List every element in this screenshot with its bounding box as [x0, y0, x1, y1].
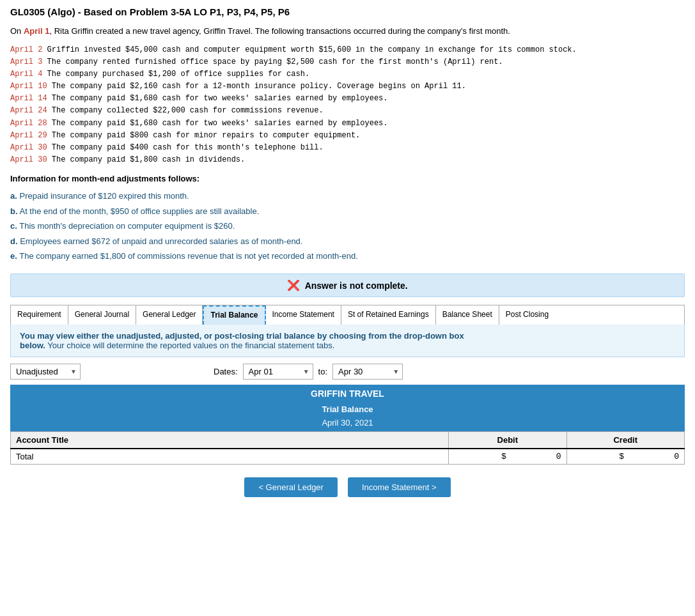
adjustment-item: c. This month's depreciation on computer…	[10, 219, 685, 233]
transaction-item: April 10 The company paid $2,160 cash fo…	[10, 81, 685, 93]
page-title: GL0305 (Algo) - Based on Problem 3-5A LO…	[10, 6, 685, 17]
credit-prefix: $	[619, 452, 624, 461]
answer-banner-text: Answer is not complete.	[305, 281, 408, 291]
tab-general-ledger[interactable]: General Ledger	[136, 305, 203, 325]
tabs-row: RequirementGeneral JournalGeneral Ledger…	[10, 305, 685, 325]
adjustments-heading: Information for month-end adjustments fo…	[10, 174, 685, 183]
debit-value: 0	[556, 452, 561, 461]
adjustment-item: e. The company earned $1,800 of commissi…	[10, 249, 685, 263]
total-row: Total $ 0 $ 0	[11, 449, 685, 465]
trial-balance-table: Account Title Debit Credit Total $ 0 $ 0	[10, 431, 685, 465]
nav-buttons: < General Ledger Income Statement >	[10, 477, 685, 497]
debit-prefix: $	[501, 452, 506, 461]
tab-income-statement[interactable]: Income Statement	[266, 305, 341, 325]
to-label: to:	[318, 367, 327, 376]
tab-trial-balance[interactable]: Trial Balance	[203, 305, 265, 325]
intro-highlight: April 1	[24, 26, 49, 36]
tab-balance-sheet[interactable]: Balance Sheet	[436, 305, 499, 325]
col-credit-title: Credit	[566, 431, 684, 449]
info-text-1: You may view either the unadjusted, adju…	[20, 331, 464, 341]
date-from-wrapper[interactable]: Apr 01	[243, 364, 313, 380]
total-label: Total	[11, 449, 449, 465]
transaction-item: April 29 The company paid $800 cash for …	[10, 130, 685, 142]
adjustment-item: b. At the end of the month, $950 of offi…	[10, 204, 685, 219]
transaction-item: April 24 The company collected $22,000 c…	[10, 105, 685, 117]
trial-balance-type-select[interactable]: UnadjustedAdjustedPost-Closing	[10, 364, 81, 380]
tab-general-journal[interactable]: General Journal	[68, 305, 136, 325]
error-icon: ❌	[287, 280, 300, 291]
table-date-header: April 30, 2021	[10, 416, 685, 431]
transaction-item: April 4 The company purchased $1,200 of …	[10, 68, 685, 81]
tab-requirement[interactable]: Requirement	[11, 305, 68, 325]
date-from-select[interactable]: Apr 01	[243, 364, 313, 380]
total-credit: $ 0	[566, 449, 684, 465]
controls-row: UnadjustedAdjustedPost-Closing Dates: Ap…	[10, 364, 685, 380]
adjustment-item: d. Employees earned $672 of unpaid and u…	[10, 234, 685, 249]
info-box: You may view either the unadjusted, adju…	[10, 325, 685, 357]
transaction-item: April 30 The company paid $1,800 cash in…	[10, 154, 685, 166]
total-debit: $ 0	[449, 449, 566, 465]
adjustments-list: a. Prepaid insurance of $120 expired thi…	[10, 189, 685, 263]
credit-value: 0	[674, 452, 679, 461]
tab-post-closing[interactable]: Post Closing	[499, 305, 555, 325]
transaction-item: April 14 The company paid $1,680 cash fo…	[10, 93, 685, 105]
dates-label: Dates:	[214, 367, 238, 376]
tab-retained-earnings[interactable]: St of Retained Earnings	[341, 305, 436, 325]
col-debit-title: Debit	[449, 431, 566, 449]
adjustment-item: a. Prepaid insurance of $120 expired thi…	[10, 189, 685, 203]
table-title-header: Trial Balance	[10, 403, 685, 416]
transaction-item: April 30 The company paid $400 cash for …	[10, 142, 685, 154]
info-text-2: below.	[20, 341, 45, 350]
transaction-item: April 28 The company paid $1,680 cash fo…	[10, 118, 685, 130]
transactions-list: April 2 Griffin invested $45,000 cash an…	[10, 44, 685, 167]
next-button[interactable]: Income Statement >	[348, 477, 451, 497]
info-text-3: Your choice will determine the reported …	[47, 341, 334, 350]
trial-balance-type-wrapper[interactable]: UnadjustedAdjustedPost-Closing	[10, 364, 81, 380]
transaction-item: April 2 Griffin invested $45,000 cash an…	[10, 44, 685, 56]
prev-button[interactable]: < General Ledger	[244, 477, 338, 497]
transaction-item: April 3 The company rented furnished off…	[10, 56, 685, 68]
date-to-select[interactable]: Apr 30	[332, 364, 403, 380]
table-company-header: GRIFFIN TRAVEL	[10, 385, 685, 403]
date-to-wrapper[interactable]: Apr 30	[332, 364, 403, 380]
answer-banner: ❌ Answer is not complete.	[10, 273, 685, 297]
col-account-title: Account Title	[11, 431, 449, 449]
intro-paragraph: On April 1, Rita Griffin created a new t…	[10, 25, 685, 38]
